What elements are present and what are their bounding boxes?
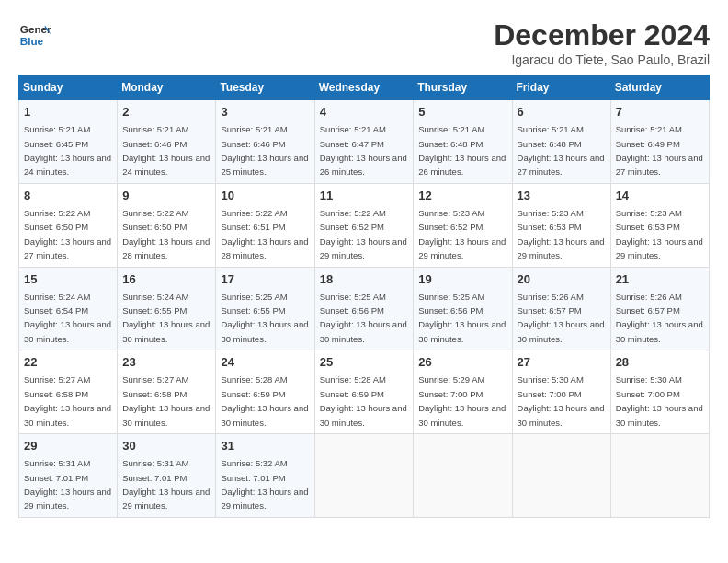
day-info: Sunrise: 5:24 AMSunset: 6:55 PMDaylight:… — [122, 292, 210, 344]
day-cell: 30 Sunrise: 5:31 AMSunset: 7:01 PMDaylig… — [118, 434, 216, 518]
day-number: 2 — [122, 104, 210, 121]
day-cell: 8 Sunrise: 5:22 AMSunset: 6:50 PMDayligh… — [19, 183, 118, 267]
day-cell — [610, 434, 709, 518]
week-row-5: 29 Sunrise: 5:31 AMSunset: 7:01 PMDaylig… — [19, 434, 710, 518]
day-info: Sunrise: 5:28 AMSunset: 6:59 PMDaylight:… — [221, 374, 308, 427]
day-info: Sunrise: 5:31 AMSunset: 7:01 PMDaylight:… — [122, 458, 210, 511]
week-row-1: 1 Sunrise: 5:21 AMSunset: 6:45 PMDayligh… — [19, 100, 710, 184]
day-info: Sunrise: 5:22 AMSunset: 6:51 PMDaylight:… — [221, 208, 308, 260]
day-cell: 1 Sunrise: 5:21 AMSunset: 6:45 PMDayligh… — [19, 100, 118, 184]
day-info: Sunrise: 5:21 AMSunset: 6:45 PMDaylight:… — [24, 124, 111, 177]
day-info: Sunrise: 5:25 AMSunset: 6:56 PMDaylight:… — [320, 292, 407, 344]
day-number: 19 — [418, 271, 506, 288]
day-info: Sunrise: 5:25 AMSunset: 6:56 PMDaylight:… — [418, 292, 506, 344]
day-number: 26 — [418, 354, 506, 371]
day-number: 16 — [122, 271, 210, 288]
svg-text:Blue: Blue — [20, 35, 44, 47]
header-friday: Friday — [512, 75, 610, 100]
header-saturday: Saturday — [610, 75, 709, 100]
day-number: 6 — [518, 104, 606, 121]
day-info: Sunrise: 5:30 AMSunset: 7:00 PMDaylight:… — [616, 374, 703, 427]
day-number: 9 — [122, 188, 210, 204]
day-info: Sunrise: 5:21 AMSunset: 6:49 PMDaylight:… — [616, 124, 703, 177]
day-number: 12 — [418, 188, 506, 204]
day-cell: 23 Sunrise: 5:27 AMSunset: 6:58 PMDaylig… — [118, 350, 216, 434]
day-info: Sunrise: 5:23 AMSunset: 6:53 PMDaylight:… — [616, 208, 703, 260]
day-cell: 10 Sunrise: 5:22 AMSunset: 6:51 PMDaylig… — [216, 183, 314, 267]
day-cell: 24 Sunrise: 5:28 AMSunset: 6:59 PMDaylig… — [216, 350, 314, 434]
day-number: 23 — [122, 354, 210, 371]
day-info: Sunrise: 5:21 AMSunset: 6:46 PMDaylight:… — [221, 124, 308, 177]
day-info: Sunrise: 5:21 AMSunset: 6:46 PMDaylight:… — [122, 124, 210, 177]
day-number: 31 — [221, 438, 309, 454]
day-info: Sunrise: 5:32 AMSunset: 7:01 PMDaylight:… — [221, 458, 308, 511]
day-info: Sunrise: 5:23 AMSunset: 6:53 PMDaylight:… — [518, 208, 605, 260]
day-info: Sunrise: 5:22 AMSunset: 6:52 PMDaylight:… — [320, 208, 407, 260]
day-cell: 6 Sunrise: 5:21 AMSunset: 6:48 PMDayligh… — [512, 100, 610, 184]
day-cell: 31 Sunrise: 5:32 AMSunset: 7:01 PMDaylig… — [216, 434, 314, 518]
day-cell: 20 Sunrise: 5:26 AMSunset: 6:57 PMDaylig… — [512, 267, 610, 350]
day-info: Sunrise: 5:26 AMSunset: 6:57 PMDaylight:… — [616, 292, 703, 344]
header-sunday: Sunday — [19, 75, 118, 100]
day-info: Sunrise: 5:21 AMSunset: 6:47 PMDaylight:… — [320, 124, 407, 177]
day-number: 29 — [24, 438, 112, 454]
day-number: 1 — [24, 104, 112, 121]
calendar-table: SundayMondayTuesdayWednesdayThursdayFrid… — [18, 75, 710, 518]
day-info: Sunrise: 5:24 AMSunset: 6:54 PMDaylight:… — [24, 292, 111, 344]
week-row-3: 15 Sunrise: 5:24 AMSunset: 6:54 PMDaylig… — [19, 267, 710, 350]
day-cell: 21 Sunrise: 5:26 AMSunset: 6:57 PMDaylig… — [610, 267, 709, 350]
day-info: Sunrise: 5:21 AMSunset: 6:48 PMDaylight:… — [418, 124, 506, 177]
day-cell: 17 Sunrise: 5:25 AMSunset: 6:55 PMDaylig… — [216, 267, 314, 350]
day-number: 7 — [616, 104, 704, 121]
day-number: 24 — [221, 354, 309, 371]
day-cell: 28 Sunrise: 5:30 AMSunset: 7:00 PMDaylig… — [610, 350, 709, 434]
day-cell: 18 Sunrise: 5:25 AMSunset: 6:56 PMDaylig… — [314, 267, 414, 350]
day-number: 25 — [320, 354, 409, 371]
day-cell: 16 Sunrise: 5:24 AMSunset: 6:55 PMDaylig… — [118, 267, 216, 350]
day-number: 22 — [24, 354, 112, 371]
day-cell: 11 Sunrise: 5:22 AMSunset: 6:52 PMDaylig… — [314, 183, 414, 267]
day-cell — [512, 434, 610, 518]
day-number: 28 — [616, 354, 704, 371]
day-info: Sunrise: 5:23 AMSunset: 6:52 PMDaylight:… — [418, 208, 506, 260]
day-number: 20 — [518, 271, 606, 288]
page-header: General Blue December 2024 Igaracu do Ti… — [18, 18, 710, 67]
day-cell: 27 Sunrise: 5:30 AMSunset: 7:00 PMDaylig… — [512, 350, 610, 434]
day-cell: 2 Sunrise: 5:21 AMSunset: 6:46 PMDayligh… — [118, 100, 216, 184]
day-info: Sunrise: 5:31 AMSunset: 7:01 PMDaylight:… — [24, 458, 111, 511]
day-number: 10 — [221, 188, 309, 204]
header-tuesday: Tuesday — [216, 75, 314, 100]
day-number: 15 — [24, 271, 112, 288]
days-header-row: SundayMondayTuesdayWednesdayThursdayFrid… — [19, 75, 710, 100]
header-wednesday: Wednesday — [314, 75, 414, 100]
week-row-4: 22 Sunrise: 5:27 AMSunset: 6:58 PMDaylig… — [19, 350, 710, 434]
day-cell — [314, 434, 414, 518]
day-info: Sunrise: 5:25 AMSunset: 6:55 PMDaylight:… — [221, 292, 308, 344]
day-info: Sunrise: 5:28 AMSunset: 6:59 PMDaylight:… — [320, 374, 407, 427]
location-subtitle: Igaracu do Tiete, Sao Paulo, Brazil — [494, 52, 710, 67]
day-info: Sunrise: 5:21 AMSunset: 6:48 PMDaylight:… — [518, 124, 605, 177]
day-number: 30 — [122, 438, 210, 454]
logo: General Blue — [18, 18, 51, 52]
title-area: December 2024 Igaracu do Tiete, Sao Paul… — [494, 18, 710, 67]
day-cell: 4 Sunrise: 5:21 AMSunset: 6:47 PMDayligh… — [314, 100, 414, 184]
day-info: Sunrise: 5:26 AMSunset: 6:57 PMDaylight:… — [518, 292, 605, 344]
day-number: 3 — [221, 104, 309, 121]
day-info: Sunrise: 5:30 AMSunset: 7:00 PMDaylight:… — [518, 374, 605, 427]
day-number: 13 — [518, 188, 606, 204]
day-cell: 3 Sunrise: 5:21 AMSunset: 6:46 PMDayligh… — [216, 100, 314, 184]
day-cell: 22 Sunrise: 5:27 AMSunset: 6:58 PMDaylig… — [19, 350, 118, 434]
month-title: December 2024 — [494, 18, 710, 52]
day-cell: 15 Sunrise: 5:24 AMSunset: 6:54 PMDaylig… — [19, 267, 118, 350]
header-monday: Monday — [118, 75, 216, 100]
day-number: 11 — [320, 188, 409, 204]
day-number: 5 — [418, 104, 506, 121]
day-number: 8 — [24, 188, 112, 204]
day-info: Sunrise: 5:22 AMSunset: 6:50 PMDaylight:… — [122, 208, 210, 260]
day-info: Sunrise: 5:27 AMSunset: 6:58 PMDaylight:… — [24, 374, 111, 427]
day-info: Sunrise: 5:29 AMSunset: 7:00 PMDaylight:… — [418, 374, 506, 427]
day-cell: 9 Sunrise: 5:22 AMSunset: 6:50 PMDayligh… — [118, 183, 216, 267]
day-info: Sunrise: 5:22 AMSunset: 6:50 PMDaylight:… — [24, 208, 111, 260]
day-cell: 7 Sunrise: 5:21 AMSunset: 6:49 PMDayligh… — [610, 100, 709, 184]
day-number: 18 — [320, 271, 409, 288]
